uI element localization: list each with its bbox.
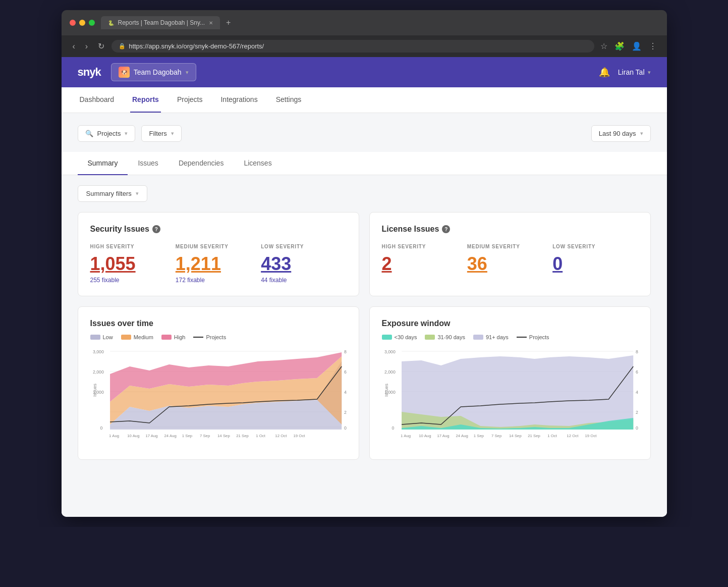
snyk-logo: snyk: [78, 66, 101, 79]
issues-over-time-title: Issues over time: [90, 319, 347, 328]
security-issues-help-icon[interactable]: ?: [152, 225, 160, 233]
forward-button[interactable]: ›: [82, 40, 91, 53]
app-header: snyk 🐶 Team Dagobah ▾ 🔔 Liran Tal ▾: [62, 57, 667, 87]
maximize-button[interactable]: [89, 20, 95, 26]
reload-button[interactable]: ↻: [95, 39, 107, 53]
traffic-lights: [70, 20, 95, 26]
legend-exp-projects-label: Projects: [529, 334, 549, 340]
nav-item-projects[interactable]: Projects: [175, 87, 205, 113]
star-button[interactable]: ☆: [598, 39, 609, 53]
minimize-button[interactable]: [79, 20, 85, 26]
license-medium-count[interactable]: 36: [467, 253, 552, 275]
security-low-count[interactable]: 433: [261, 253, 346, 275]
close-button[interactable]: [70, 20, 76, 26]
svg-text:17 Aug: 17 Aug: [145, 434, 157, 438]
svg-text:1 Oct: 1 Oct: [256, 434, 265, 438]
svg-text:7 Sep: 7 Sep: [491, 434, 501, 438]
time-range-filter[interactable]: Last 90 days ▾: [591, 125, 651, 142]
security-high-count[interactable]: 1,055: [90, 253, 176, 275]
filters-label: Filters: [149, 130, 166, 137]
projects-filter-chevron-icon: ▾: [125, 130, 128, 137]
svg-text:21 Sep: 21 Sep: [528, 434, 540, 438]
nav-item-integrations[interactable]: Integrations: [218, 87, 259, 113]
svg-text:0: 0: [344, 425, 347, 431]
security-medium-fixable: 172 fixable: [176, 277, 261, 284]
sub-nav: Dashboard Reports Projects Integrations …: [62, 87, 667, 113]
security-medium-severity: MEDIUM SEVERITY 1,211 172 fixable: [176, 244, 261, 284]
legend-projects: Projects: [193, 334, 226, 340]
svg-text:0: 0: [636, 425, 638, 431]
projects-filter[interactable]: 🔍 Projects ▾: [78, 125, 136, 142]
active-tab[interactable]: 🐍 Reports | Team Dagobah | Sny... ✕: [101, 16, 220, 29]
security-severity-grid: HIGH SEVERITY 1,055 255 fixable MEDIUM S…: [90, 244, 347, 284]
svg-text:1 Aug: 1 Aug: [401, 434, 411, 438]
license-low-severity: LOW SEVERITY 0: [552, 244, 638, 277]
security-medium-count[interactable]: 1,211: [176, 253, 261, 275]
user-name: Liran Tal: [618, 68, 645, 76]
tab-summary[interactable]: Summary: [78, 152, 128, 175]
summary-filters-chevron-icon: ▾: [136, 190, 139, 197]
svg-text:20: 20: [344, 410, 347, 415]
security-low-label: LOW SEVERITY: [261, 244, 346, 249]
svg-text:7 Sep: 7 Sep: [199, 434, 210, 438]
license-high-count[interactable]: 2: [382, 253, 467, 275]
svg-text:14 Sep: 14 Sep: [509, 434, 522, 438]
nav-item-reports[interactable]: Reports: [130, 87, 161, 113]
svg-text:10 Aug: 10 Aug: [127, 434, 139, 438]
extensions-button[interactable]: 🧩: [612, 39, 627, 53]
legend-31-90days-label: 31-90 days: [437, 334, 465, 340]
svg-text:20: 20: [636, 410, 638, 415]
license-issues-card: License Issues ? HIGH SEVERITY 2 MEDIUM …: [369, 212, 651, 296]
legend-91-plus-days: 91+ days: [473, 334, 509, 340]
org-avatar: 🐶: [119, 67, 130, 78]
issues-over-time-legend: Low Medium High Projects: [90, 334, 347, 340]
tab-licenses[interactable]: Licenses: [234, 152, 282, 175]
legend-low-color: [90, 335, 100, 340]
svg-text:1 Sep: 1 Sep: [473, 434, 484, 438]
user-profile-button[interactable]: 👤: [630, 39, 644, 53]
lock-icon: 🔒: [119, 43, 126, 49]
new-tab-button[interactable]: +: [222, 16, 235, 29]
main-content: 🔍 Projects ▾ Filters ▾ Last 90 days ▾ Su…: [62, 113, 667, 517]
summary-filters-button[interactable]: Summary filters ▾: [78, 185, 147, 202]
menu-button[interactable]: ⋮: [647, 39, 659, 53]
license-severity-grid: HIGH SEVERITY 2 MEDIUM SEVERITY 36 LOW S…: [382, 244, 638, 277]
notifications-button[interactable]: 🔔: [599, 67, 610, 78]
nav-item-dashboard[interactable]: Dashboard: [78, 87, 117, 113]
search-icon: 🔍: [85, 130, 93, 137]
svg-text:3,000: 3,000: [384, 349, 395, 354]
svg-text:17 Aug: 17 Aug: [437, 434, 449, 438]
issues-over-time-card: Issues over time Low Medium High: [78, 306, 359, 460]
tab-dependencies[interactable]: Dependencies: [169, 152, 234, 175]
filters-dropdown[interactable]: Filters ▾: [141, 125, 181, 142]
license-medium-severity: MEDIUM SEVERITY 36: [467, 244, 552, 277]
security-high-severity: HIGH SEVERITY 1,055 255 fixable: [90, 244, 176, 284]
nav-item-settings[interactable]: Settings: [274, 87, 304, 113]
back-button[interactable]: ‹: [70, 40, 78, 53]
legend-medium: Medium: [121, 334, 153, 340]
legend-projects-label: Projects: [206, 334, 226, 340]
projects-filter-label: Projects: [97, 130, 121, 137]
user-menu[interactable]: Liran Tal ▾: [618, 68, 651, 76]
tab-close-icon[interactable]: ✕: [209, 20, 213, 26]
address-bar[interactable]: 🔒 https://app.snyk.io/org/snyk-demo-567/…: [111, 40, 594, 52]
license-low-count[interactable]: 0: [552, 253, 638, 275]
filter-row: 🔍 Projects ▾ Filters ▾ Last 90 days ▾: [78, 125, 651, 142]
legend-high-color: [161, 335, 172, 340]
legend-projects-line: [193, 337, 203, 338]
security-high-fixable: 255 fixable: [90, 277, 176, 284]
browser-toolbar: ‹ › ↻ 🔒 https://app.snyk.io/org/snyk-dem…: [62, 35, 667, 57]
tabs-row: Summary Issues Dependencies Licenses: [62, 152, 667, 175]
charts-grid: Issues over time Low Medium High: [78, 306, 651, 460]
legend-31-90days-color: [425, 335, 435, 340]
org-selector[interactable]: 🐶 Team Dagobah ▾: [111, 63, 196, 81]
svg-text:0: 0: [100, 425, 102, 431]
license-issues-help-icon[interactable]: ?: [442, 225, 450, 233]
org-selector-chevron-icon: ▾: [186, 69, 189, 76]
legend-91-plus-days-color: [473, 335, 483, 340]
user-menu-chevron-icon: ▾: [648, 69, 651, 76]
svg-text:21 Sep: 21 Sep: [236, 434, 249, 438]
security-issues-title: Security Issues ?: [90, 225, 347, 234]
legend-31-90days: 31-90 days: [425, 334, 465, 340]
tab-issues[interactable]: Issues: [128, 152, 168, 175]
